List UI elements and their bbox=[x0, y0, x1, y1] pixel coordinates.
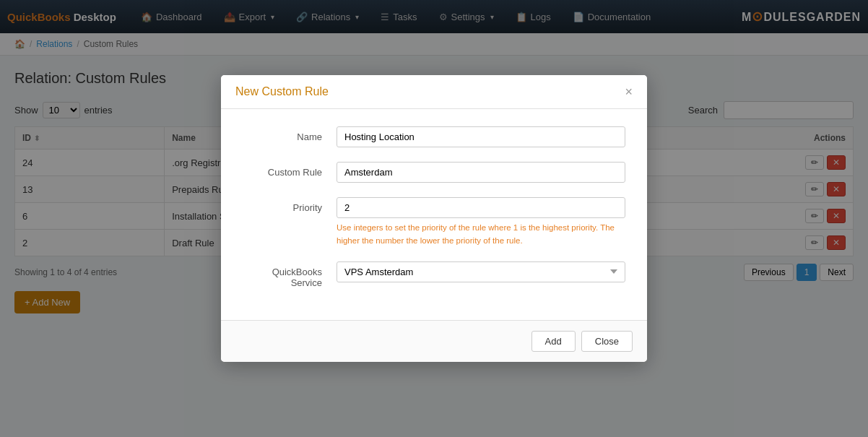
priority-label: Priority bbox=[243, 197, 337, 213]
modal-body: Name Custom Rule Priority Use integers t… bbox=[221, 109, 647, 320]
priority-field-wrapper: Use integers to set the priority of the … bbox=[337, 197, 625, 247]
qb-service-field-wrapper: VPS AmsterdamVPS RotterdamVPS LondonVPS … bbox=[337, 261, 625, 282]
modal-dialog: New Custom Rule × Name Custom Rule Prior… bbox=[221, 75, 647, 362]
modal-close-button[interactable]: × bbox=[625, 85, 633, 98]
modal-overlay: New Custom Rule × Name Custom Rule Prior… bbox=[0, 0, 868, 437]
add-button[interactable]: Add bbox=[531, 331, 576, 352]
custom-rule-label: Custom Rule bbox=[243, 162, 337, 178]
modal-title: New Custom Rule bbox=[235, 85, 329, 98]
custom-rule-field-wrapper bbox=[337, 162, 625, 183]
name-input[interactable] bbox=[337, 126, 625, 147]
modal-footer: Add Close bbox=[221, 320, 647, 362]
qb-service-form-row: QuickBooks Service VPS AmsterdamVPS Rott… bbox=[243, 261, 625, 288]
priority-form-row: Priority Use integers to set the priorit… bbox=[243, 197, 625, 247]
name-label: Name bbox=[243, 126, 337, 142]
custom-rule-form-row: Custom Rule bbox=[243, 162, 625, 183]
custom-rule-input[interactable] bbox=[337, 162, 625, 183]
name-form-row: Name bbox=[243, 126, 625, 147]
modal-header: New Custom Rule × bbox=[221, 75, 647, 109]
name-field-wrapper bbox=[337, 126, 625, 147]
qb-service-select[interactable]: VPS AmsterdamVPS RotterdamVPS LondonVPS … bbox=[337, 261, 625, 282]
priority-input[interactable] bbox=[337, 197, 625, 218]
close-button[interactable]: Close bbox=[581, 331, 633, 352]
qb-service-label: QuickBooks Service bbox=[243, 261, 337, 288]
priority-hint: Use integers to set the priority of the … bbox=[337, 222, 625, 247]
